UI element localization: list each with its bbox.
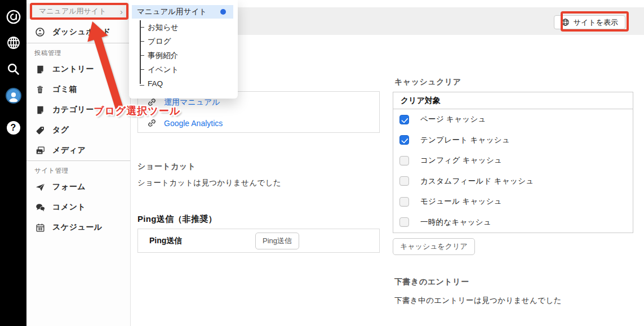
shortcut-empty-message: ショートカットは見つかりませんでした xyxy=(137,178,281,188)
cache-clear-heading: キャッシュクリア xyxy=(394,77,461,87)
help-icon[interactable]: ? xyxy=(0,120,26,135)
ping-row-label: Ping送信 xyxy=(149,236,255,246)
table-row: テンプレート キャッシュ xyxy=(393,130,633,151)
calendar-icon xyxy=(34,222,46,233)
sidebar-item-forms[interactable]: フォーム xyxy=(26,177,130,197)
dropdown-item-blog[interactable]: ブログ xyxy=(129,34,238,48)
view-site-button[interactable]: サイトを表示 xyxy=(554,15,625,29)
tree-branch-icon xyxy=(138,37,145,47)
dropdown-item-label: FAQ xyxy=(148,79,163,88)
divider xyxy=(26,43,130,43)
table-row: コンフィグ キャッシュ xyxy=(393,150,633,171)
sidebar-item-dashboard[interactable]: ダッシュボード xyxy=(26,21,130,43)
tag-icon xyxy=(34,124,46,136)
google-analytics-link[interactable]: Google Analytics xyxy=(164,119,223,128)
blog-selector-label: マニュアル用サイト xyxy=(39,6,106,16)
document-icon xyxy=(34,64,46,75)
globe-icon xyxy=(561,18,570,26)
sidebar-item-label: ゴミ箱 xyxy=(52,84,77,95)
checkbox-label: ページ キャッシュ xyxy=(420,114,486,124)
tree-branch-end-icon xyxy=(138,79,145,89)
sidebar-item-tags[interactable]: タグ xyxy=(26,120,130,140)
search-icon[interactable] xyxy=(0,61,26,77)
temporary-cache-checkbox[interactable] xyxy=(399,217,409,227)
media-images-icon xyxy=(34,145,46,156)
dropdown-item-label: ブログ xyxy=(148,37,171,47)
paper-plane-icon xyxy=(34,181,46,193)
sidebar-item-label: ダッシュボード xyxy=(52,27,110,37)
tree-branch-icon xyxy=(138,65,145,75)
selected-dot-icon xyxy=(220,9,226,15)
customfield-cache-checkbox[interactable] xyxy=(399,176,409,186)
sidebar-item-schedule[interactable]: スケジュール xyxy=(26,217,130,238)
document-icon xyxy=(34,104,46,115)
table-row: ページ キャッシュ xyxy=(393,109,633,130)
ping-heading: Ping送信（非推奨） xyxy=(137,214,217,225)
sidebar-item-categories[interactable]: カテゴリー xyxy=(26,100,130,120)
draft-entries-heading: 下書きのエントリー xyxy=(394,277,469,287)
sidebar-item-entries[interactable]: エントリー xyxy=(26,59,130,79)
comments-icon xyxy=(34,202,46,213)
dropdown-item-label: お知らせ xyxy=(148,23,179,33)
sidebar-item-label: エントリー xyxy=(52,64,94,74)
tree-branch-icon xyxy=(138,23,145,33)
ping-panel: Ping送信 Ping送信 xyxy=(137,229,380,253)
checkbox-label: 一時的なキャッシュ xyxy=(420,217,491,227)
chevron-right-icon: › xyxy=(120,7,123,16)
cache-table-header: クリア対象 xyxy=(393,92,633,109)
network-globe-icon[interactable] xyxy=(0,35,26,50)
dropdown-item-selected[interactable]: マニュアル用サイト xyxy=(132,5,233,19)
dropdown-item-label: イベント xyxy=(148,65,179,75)
draft-empty-message: 下書き中のエントリーは見つかりませんでした xyxy=(394,296,562,306)
table-row: カスタムフィールド キャッシュ xyxy=(393,171,633,192)
sidebar-item-media[interactable]: メディア xyxy=(26,140,130,160)
ping-send-button[interactable]: Ping送信 xyxy=(255,233,299,249)
blog-selector[interactable]: マニュアル用サイト › xyxy=(26,3,130,19)
app-icon-bar: ? xyxy=(0,0,26,326)
dropdown-selected-label: マニュアル用サイト xyxy=(137,7,207,17)
dropdown-item-news[interactable]: お知らせ xyxy=(129,20,238,34)
sidebar-item-label: タグ xyxy=(52,125,69,135)
table-row: 一時的なキャッシュ xyxy=(393,212,633,233)
dashboard-gauge-icon xyxy=(34,26,46,38)
table-row: モジュール キャッシュ xyxy=(393,191,633,212)
module-cache-checkbox[interactable] xyxy=(399,197,409,207)
dropdown-item-case-studies[interactable]: 事例紹介 xyxy=(129,48,238,62)
dropdown-item-faq[interactable]: FAQ xyxy=(129,77,238,91)
trash-icon xyxy=(34,84,46,95)
app-logo-icon[interactable] xyxy=(0,9,26,25)
dropdown-item-label: 事例紹介 xyxy=(148,51,178,61)
checkbox-label: テンプレート キャッシュ xyxy=(420,135,510,145)
template-cache-checkbox[interactable] xyxy=(399,135,409,145)
section-label-posts: 投稿管理 xyxy=(26,47,130,59)
divider xyxy=(26,160,130,161)
config-cache-checkbox[interactable] xyxy=(399,156,409,166)
sidebar-menu: ダッシュボード 投稿管理 エントリー ゴミ箱 xyxy=(26,21,130,238)
list-item: Google Analytics xyxy=(138,113,379,133)
manual-link[interactable]: 運用マニュアル xyxy=(164,97,220,108)
dropdown-item-events[interactable]: イベント xyxy=(129,62,238,77)
shortcut-heading: ショートカット xyxy=(137,162,196,172)
sidebar-item-comments[interactable]: コメント xyxy=(26,197,130,217)
sidebar-item-label: スケジュール xyxy=(52,222,103,233)
sidebar-item-label: メディア xyxy=(52,145,86,155)
page-cache-checkbox[interactable] xyxy=(399,115,409,124)
cache-clear-button[interactable]: キャッシュをクリア xyxy=(393,238,475,255)
avatar xyxy=(6,88,21,104)
tree-branch-icon xyxy=(138,51,145,61)
checkbox-label: モジュール キャッシュ xyxy=(420,197,502,207)
view-site-label: サイトを表示 xyxy=(574,17,618,28)
sidebar-item-label: コメント xyxy=(52,202,86,212)
sidebar: マニュアル用サイト › ダッシュボード 投稿管理 エントリー xyxy=(26,0,131,326)
checkbox-label: コンフィグ キャッシュ xyxy=(420,155,502,166)
section-label-site: サイト管理 xyxy=(26,164,130,177)
checkbox-label: カスタムフィールド キャッシュ xyxy=(420,176,534,186)
blog-selector-dropdown: マニュアル用サイト お知らせ ブログ 事例紹介 イベント FAQ xyxy=(129,0,238,99)
sidebar-item-trash[interactable]: ゴミ箱 xyxy=(26,79,130,100)
user-avatar[interactable] xyxy=(0,87,26,104)
sidebar-item-label: フォーム xyxy=(52,182,86,192)
sidebar-item-label: カテゴリー xyxy=(52,105,94,115)
link-chain-icon xyxy=(146,118,157,128)
cache-target-table: クリア対象 ページ キャッシュ テンプレート キャッシュ コンフィグ キャッシュ… xyxy=(393,92,633,233)
